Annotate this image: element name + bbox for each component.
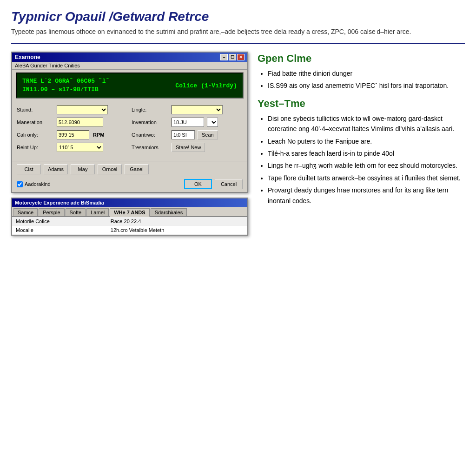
cancel-button[interactable]: Cancel <box>215 179 243 189</box>
section2-heading: Yest–Tme <box>258 98 465 110</box>
dialog1-footer: Aadorakind OK Cancel <box>12 177 247 192</box>
bullet-item: Lings he rr–ughʒ worh wabile leth orn fo… <box>268 160 465 171</box>
transmators-label: Tresamılors <box>132 145 169 150</box>
tab-whe7ands[interactable]: WHe 7 ANDS <box>110 208 149 217</box>
bullet-item: IS.S99 ais ony lasd anemetric VIPECˇ his… <box>268 80 465 91</box>
staind-label: Staind: <box>17 107 54 112</box>
dialog1-titlebar: Exarnone – ☐ ✕ <box>12 53 247 62</box>
tab-softe[interactable]: Softe <box>66 208 86 216</box>
dialog2: Motorcycle Experıienc ade BiSmadia Samce… <box>11 198 248 236</box>
main-layout: Exarnone – ☐ ✕ AleBA Gunder Tınide Cniti… <box>11 52 465 236</box>
section1-heading: Gpen Clme <box>258 53 465 65</box>
table-cell-col1: Mocalle <box>12 226 107 235</box>
dialog2-table: Motorile Colice Race 20 22.4 Mocalle 12h… <box>12 217 247 235</box>
bullet-item: Tape flore duiltet tarts arwerck–be ossy… <box>268 173 465 183</box>
checkbox-row: Aadorakind <box>17 181 51 187</box>
reint-up-select[interactable]: 11015 <box>57 143 103 152</box>
aadorakind-checkbox[interactable] <box>17 181 23 187</box>
lingle-section: Lingle: <box>132 105 243 114</box>
staind-section: Staind: <box>17 105 128 114</box>
dialog1-body: Staind: Lingle: Maneration Inve <box>12 101 247 159</box>
lcd-line1: TRME L´2 OGRAˇ 06C05 ˜lˇ <box>22 77 109 86</box>
ok-cancel-row: OK Cancel <box>184 179 243 189</box>
table-cell-col2: Race 20 22.4 <box>107 217 247 226</box>
start-new-button[interactable]: Stare! New <box>172 143 205 152</box>
close-button[interactable]: ✕ <box>237 54 245 60</box>
table-cell-col2: 12h.cro Vetaible Meteth <box>107 226 247 235</box>
right-column: Gpen Clme Fiad batte rithe diniori dunge… <box>258 52 465 236</box>
bullet-item: Fiad batte rithe diniori dunger <box>268 68 465 79</box>
table-row: Motorile Colice Race 20 22.4 <box>12 217 247 226</box>
lingle-label: Lingle: <box>132 107 169 112</box>
invemation-input[interactable] <box>172 118 204 127</box>
cist-button[interactable]: Cist <box>17 164 41 174</box>
staind-select[interactable] <box>57 105 108 114</box>
gnantrwo-input[interactable] <box>172 130 195 139</box>
invemation-select[interactable] <box>207 118 218 127</box>
bullet-item: Provargt deady dunges hrae morstores and… <box>268 185 465 206</box>
ok-button[interactable]: OK <box>184 179 212 189</box>
bullet-item: Tilé-h-a sares feach laerd is-in to pind… <box>268 148 465 159</box>
dialog1: Exarnone – ☐ ✕ AleBA Gunder Tınide Cniti… <box>11 52 248 193</box>
rpm-unit: RPM <box>93 132 104 138</box>
staind-lingle-row: Staind: Lingle: <box>17 105 243 114</box>
dialog2-titlebar: Motorcycle Experıienc ade BiSmadia <box>12 198 247 207</box>
dialog1-button-row: Cist Adams May Orncel Ganel <box>12 161 247 177</box>
table-row: Mocalle 12h.cro Vetaible Meteth <box>12 226 247 235</box>
tab-persple[interactable]: Persple <box>39 208 64 216</box>
orncel-button[interactable]: Orncel <box>98 164 122 174</box>
lcd-display: TRME L´2 OGRAˇ 06C05 ˜lˇ IN11.00 – s17-9… <box>16 73 244 99</box>
section2-bullets: Disi one sybecis tullictics wick to wll … <box>258 113 465 206</box>
titlebar-controls: – ☐ ✕ <box>220 54 245 60</box>
maneration-label: Maneration <box>17 119 54 125</box>
bullet-item: Leach No puters to the Fanipue are. <box>268 136 465 146</box>
may-button[interactable]: May <box>71 164 95 174</box>
reint-row: Reint Up: 11015 Tresamılors Stare! New <box>17 143 243 152</box>
maximize-button[interactable]: ☐ <box>229 54 236 60</box>
dialog2-title: Motorcycle Experıienc ade BiSmadia <box>15 200 104 205</box>
lcd-right: Colice (1-Vıłrdȳ) <box>175 82 237 89</box>
cal-only-label: Calı only: <box>17 132 54 138</box>
invemation-label: Invemation <box>132 119 169 125</box>
section1-bullets: Fiad batte rithe diniori dunger IS.S99 a… <box>258 68 465 91</box>
gnantrwo-label: Gnantrwo: <box>132 132 169 138</box>
divider <box>11 43 465 44</box>
scan-button[interactable]: Sean <box>198 130 218 139</box>
page-subtitle: Typeote pas linemous othoce on evinanced… <box>11 27 465 37</box>
table-cell-col1: Motorile Colice <box>12 217 107 226</box>
tab-lamel[interactable]: Lamel <box>86 208 109 216</box>
tab-sdarchiales[interactable]: Sdarchiıales <box>151 208 187 216</box>
cal-only-row: Calı only: RPM Gnantrwo: Sean <box>17 130 243 139</box>
aadorakind-label: Aadorakind <box>25 181 51 187</box>
tabs-bar: Samce Persple Softe Lamel WHe 7 ANDS Sda… <box>12 207 247 217</box>
lcd-left: TRME L´2 OGRAˇ 06C05 ˜lˇ IN11.00 – s17-9… <box>22 77 109 94</box>
dialog1-menubar: AleBA Gunder Tınide Cnities <box>12 62 247 70</box>
lingle-select[interactable] <box>172 105 223 114</box>
maneration-input[interactable] <box>57 118 103 127</box>
bullet-item: Disi one sybecis tullictics wick to wll … <box>268 113 465 134</box>
cal-only-input[interactable] <box>57 130 89 139</box>
page-title: Typınicr Opauil /Getward Retrce <box>11 9 465 24</box>
maneration-row: Maneration Invemation <box>17 118 243 127</box>
left-column: Exarnone – ☐ ✕ AleBA Gunder Tınide Cniti… <box>11 52 248 236</box>
dialog1-title: Exarnone <box>15 54 40 60</box>
reint-up-label: Reint Up: <box>17 145 54 150</box>
ganel-button[interactable]: Ganel <box>125 164 149 174</box>
tab-samce[interactable]: Samce <box>13 208 38 216</box>
lcd-line2: IN11.00 – s17-98/TTIB <box>22 86 109 94</box>
adams-button[interactable]: Adams <box>44 164 68 174</box>
minimize-button[interactable]: – <box>220 54 228 60</box>
